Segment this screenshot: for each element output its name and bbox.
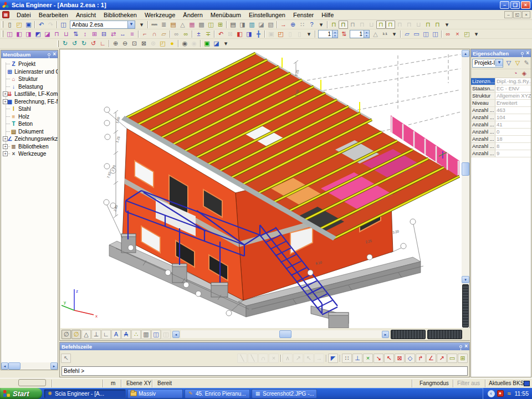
palette-button[interactable]: ▦ <box>187 21 197 29</box>
properties-combo[interactable]: Projekt-I ▼ <box>472 59 503 68</box>
mdi-close-button[interactable]: × <box>522 11 530 18</box>
undo-button[interactable]: ↶ <box>37 21 46 29</box>
box3d-button[interactable]: ◪ <box>257 21 266 29</box>
frame-a-button[interactable]: ◫ <box>206 21 216 29</box>
snap-toggle-button[interactable]: × <box>363 354 373 363</box>
snap-grid-dots-button[interactable]: ∷ <box>342 354 352 363</box>
property-row[interactable]: Anzahl ...41 <box>471 121 531 129</box>
prop-pie-button[interactable]: ◔ <box>511 69 520 77</box>
snap-tangent-button[interactable]: ↗ <box>437 354 447 363</box>
window-2-button[interactable]: ▭ <box>412 30 421 38</box>
beam-haunch-button[interactable]: ◨ <box>24 30 33 38</box>
load-line-button[interactable]: ∓ <box>203 30 213 38</box>
fly-mode-button[interactable]: × <box>453 30 462 38</box>
member-vert-button[interactable]: ↕ <box>80 30 90 38</box>
property-label[interactable]: Struktur <box>471 93 495 99</box>
property-row[interactable]: Anzahl ...463 <box>471 107 531 114</box>
plate-straight-button[interactable]: ⌐ <box>140 30 150 38</box>
rotate-down-button[interactable]: ↺ <box>89 39 98 48</box>
zoom-updown-button[interactable]: ⇅ <box>339 30 349 38</box>
drop-b-button[interactable]: ▾ <box>442 21 452 29</box>
property-row[interactable]: Anzahl ...0 <box>471 129 531 136</box>
print-button[interactable]: ▤ <box>228 21 238 29</box>
scroll-right-icon[interactable]: ▸ <box>50 362 58 370</box>
plate-arc-button[interactable]: ∩ <box>150 30 159 38</box>
snap-intersection-button[interactable]: ⊠ <box>395 354 405 363</box>
gallery-button[interactable]: ▥ <box>247 21 257 29</box>
project-combo-drop-button[interactable]: ▾ <box>137 21 146 29</box>
view-labels-off-button[interactable]: A <box>121 330 131 339</box>
scroll-right-icon[interactable]: ▸ <box>382 331 389 338</box>
hide-icons-chevron[interactable]: ‹ <box>488 390 495 397</box>
struct-frame-1-button[interactable]: ⊓ <box>348 21 357 29</box>
drop-a-button[interactable]: ▾ <box>316 21 326 29</box>
import-folder-button[interactable]: ◰ <box>276 30 285 38</box>
tray-yellow-icon[interactable]: ≈ <box>506 390 513 397</box>
plate-poly-button[interactable]: ▱ <box>159 30 168 38</box>
close-icon[interactable]: × <box>526 50 529 56</box>
property-label[interactable]: Anzahl ... <box>471 121 495 128</box>
close-icon[interactable]: × <box>53 52 56 57</box>
spinbox-2-arrows[interactable]: ▴▾ <box>364 30 369 38</box>
property-label[interactable]: Anzahl ... <box>471 107 495 114</box>
close-button[interactable]: × <box>521 1 530 9</box>
ucs-color-swatch[interactable] <box>524 381 530 386</box>
zoom-in-button[interactable]: ⊕ <box>111 39 120 48</box>
property-label[interactable]: Lizenzn... <box>471 78 495 85</box>
opening-circle-button[interactable]: ∞ <box>172 30 181 38</box>
render-settings-button[interactable]: ◪ <box>212 39 221 48</box>
property-label[interactable]: Anzahl ... <box>471 150 495 157</box>
frame-b-button[interactable]: ⊞ <box>216 21 225 29</box>
sidebar-item-dokument[interactable]: ▤Dokument <box>1 128 58 136</box>
maximize-button[interactable]: ❑ <box>510 1 520 9</box>
minimize-button[interactable]: – <box>500 1 509 9</box>
load-panel-button[interactable]: ⇅ <box>71 30 80 38</box>
view-open-button[interactable]: ◰ <box>158 39 167 48</box>
snap-length-button[interactable]: ▭ <box>447 354 457 363</box>
drop-c-button[interactable]: ▾ <box>304 30 314 38</box>
snap-endpoint-button[interactable]: ↘ <box>374 354 383 363</box>
property-row[interactable]: Anzahl ...104 <box>471 114 531 121</box>
sidebar-item-werkzeuge[interactable]: +×Werkzeuge <box>1 150 58 158</box>
menu-item-ansicht[interactable]: Ansicht <box>72 11 100 19</box>
member-pair-button[interactable]: ⊟ <box>99 30 109 38</box>
status-filter[interactable]: Filter aus <box>457 380 480 386</box>
pin-icon[interactable] <box>459 345 462 348</box>
snap-ortho-button[interactable]: ⊥ <box>352 354 362 363</box>
drop-f-button[interactable]: ▾ <box>221 39 231 48</box>
property-row[interactable]: Anzahl ...8 <box>471 143 531 150</box>
spinbox-2-value[interactable]: 1 <box>350 30 364 38</box>
member-join-button[interactable]: ↔ <box>118 30 127 38</box>
close-icon[interactable]: × <box>464 344 468 349</box>
zoom-all-button[interactable]: ⊠ <box>139 39 149 48</box>
property-row[interactable]: Anzahl ...18 <box>471 136 531 143</box>
view-axis-button[interactable]: ∟ <box>98 39 108 48</box>
menu-item-einstellungen[interactable]: Einstellungen <box>245 11 289 19</box>
scroll-left-icon[interactable]: ◂ <box>1 362 8 370</box>
scroll-left-icon[interactable]: ◂ <box>172 331 180 338</box>
expand-icon[interactable]: + <box>3 136 8 141</box>
mod-blue-button[interactable]: ◨ <box>244 30 254 38</box>
send-button[interactable]: → <box>279 21 288 29</box>
toolbar-grip[interactable] <box>2 30 3 37</box>
property-row[interactable]: NiveauErweitert <box>471 100 531 107</box>
expand-icon[interactable]: + <box>3 151 8 156</box>
snap-perpendicular-button[interactable]: ∠ <box>426 354 436 363</box>
snap-node-button[interactable]: ◇ <box>405 354 415 363</box>
drop-d-button[interactable]: ▾ <box>390 30 399 38</box>
beam-openings-button[interactable]: ⊔ <box>62 30 71 38</box>
scale-ratio-button[interactable]: 1:1 <box>380 30 390 38</box>
model-3d-view[interactable]: 1.001.252.707.922.851.251.002.258.103.20… <box>60 50 462 328</box>
struct-beam-1-button[interactable]: ⊓ <box>376 21 386 29</box>
menu-item-bibliotheken[interactable]: Bibliotheken <box>100 11 141 19</box>
move-cross-button[interactable]: ╋ <box>254 30 263 38</box>
tray-red-icon[interactable]: ● <box>497 390 504 397</box>
column-insert-button[interactable]: ◫ <box>5 30 14 38</box>
expand-icon[interactable]: + <box>3 99 8 104</box>
window-3-button[interactable]: ◫ <box>421 30 431 38</box>
spinbox-1-value[interactable]: 1 <box>319 30 332 38</box>
chevron-down-icon[interactable]: ▼ <box>495 59 503 66</box>
column-arb-button[interactable]: ◪ <box>43 30 52 38</box>
tree-horizontal-scrollbar[interactable]: ◂ ▸ <box>1 362 58 370</box>
status-ucs[interactable]: Aktuelles BKS <box>489 380 524 386</box>
